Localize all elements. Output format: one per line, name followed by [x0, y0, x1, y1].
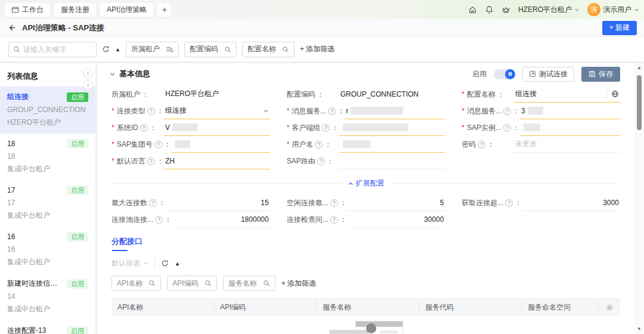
field-value[interactable]: 30000	[347, 211, 445, 228]
table-column-header[interactable]: API名称	[112, 299, 214, 316]
field-value[interactable]: r	[345, 103, 445, 119]
field-value[interactable]	[339, 153, 445, 169]
filter-chip[interactable]: API编码	[167, 276, 216, 291]
help-icon[interactable]: ?	[478, 141, 485, 149]
field-value[interactable]: 1800000	[172, 211, 270, 228]
help-icon[interactable]: ?	[149, 199, 157, 207]
redacted-value	[343, 140, 370, 148]
scrollbar-thumb[interactable]	[637, 75, 642, 130]
table-column-header[interactable]: 服务代码	[419, 299, 522, 316]
user-menu[interactable]: 演 演示用户	[587, 3, 639, 16]
app-tab[interactable]: 服务注册	[54, 3, 96, 17]
required-asterisk: *	[287, 140, 290, 149]
field-value[interactable]: 15	[166, 194, 270, 211]
crown-icon[interactable]	[501, 5, 510, 14]
list-item[interactable]: 18 启用 18 集成中台租户	[0, 134, 95, 180]
list-item[interactable]: 新建时连接信息错误... 启用 14 集成中台租户	[0, 273, 95, 320]
filter-chip[interactable]: 所属租户	[126, 42, 179, 57]
field-label: 配置编码 ：	[287, 89, 339, 100]
field-value[interactable]: V	[164, 119, 270, 136]
globe-icon[interactable]	[606, 89, 619, 99]
tenant-selector[interactable]: HZERO平台租户	[518, 5, 580, 15]
filter-chip[interactable]: 配置名称	[242, 42, 295, 57]
field-value[interactable]: 组连接	[514, 86, 620, 103]
field-value[interactable]: 未更改	[514, 136, 620, 153]
status-badge: 启用	[67, 92, 88, 102]
enable-toggle[interactable]	[494, 69, 515, 79]
default-filter-select[interactable]: 默认筛选	[112, 258, 148, 268]
collapse-filters-icon[interactable]: ▲	[175, 261, 180, 267]
search-icon	[263, 280, 270, 287]
save-button[interactable]: 保存	[581, 67, 620, 82]
required-asterisk: *	[112, 140, 114, 149]
app-tab[interactable]: 工作台	[5, 3, 50, 17]
required-asterisk: *	[462, 90, 465, 98]
add-filter-button[interactable]: + 添加筛选	[281, 279, 316, 289]
filter-chip[interactable]: API名称	[112, 276, 161, 291]
expand-right-icon[interactable]: ›	[83, 80, 93, 90]
field-value[interactable]: 组连接	[164, 103, 270, 119]
table-settings-gear-icon[interactable]	[599, 299, 620, 316]
filter-chip[interactable]: 服务名称	[223, 276, 275, 291]
bell-icon[interactable]	[485, 5, 494, 14]
table-column-header[interactable]: 服务命名空间	[522, 299, 599, 316]
form-field: 连接检查间... ? ： 30000	[287, 211, 445, 228]
field-value[interactable]	[171, 136, 270, 153]
filter-chip[interactable]: 配置编码	[184, 42, 237, 57]
field-value[interactable]	[339, 119, 445, 136]
new-button[interactable]: + 新建	[602, 21, 637, 35]
help-icon[interactable]: ?	[505, 199, 513, 207]
expand-config-toggle[interactable]: 扩展配置	[348, 178, 385, 188]
search-input[interactable]	[23, 45, 92, 54]
search-box[interactable]	[8, 42, 97, 57]
field-value[interactable]: 3	[520, 103, 620, 119]
field-value[interactable]: ZH	[164, 153, 270, 169]
table-column-header[interactable]: API编码	[214, 299, 317, 316]
new-tab-button[interactable]: +	[157, 3, 171, 17]
basic-info-header: 基本信息 启用 测试连接 保存	[97, 63, 634, 85]
help-icon[interactable]: ?	[140, 124, 148, 132]
help-icon[interactable]: ?	[317, 157, 325, 165]
help-icon[interactable]: ?	[147, 107, 155, 115]
field-value[interactable]: HZERO平台租户	[164, 86, 270, 103]
scroll-down-icon[interactable]: ▼	[637, 326, 642, 332]
refresh-icon[interactable]	[102, 45, 110, 53]
list-item[interactable]: 组连接 启用 GROUP_CONNECTION HZERO平台租户	[0, 86, 95, 134]
help-icon[interactable]: ?	[315, 141, 323, 149]
chevron-down-icon[interactable]	[263, 108, 269, 114]
list-item[interactable]: 17 启用 17 集成中台租户	[0, 180, 95, 227]
page-scrollbar[interactable]: ▲ ▼	[634, 63, 644, 334]
help-icon[interactable]: ?	[155, 216, 163, 224]
help-icon[interactable]: ?	[328, 107, 336, 115]
table-column-header[interactable]: 服务名称	[317, 299, 419, 316]
form-field: * 配置名称 ： 组连接	[462, 86, 620, 103]
add-filter-button[interactable]: + 添加筛选	[300, 44, 335, 54]
field-value[interactable]: 3000	[522, 194, 620, 211]
help-icon[interactable]: ?	[503, 124, 511, 132]
test-connection-button[interactable]: 测试连接	[522, 67, 574, 82]
help-icon[interactable]: ?	[154, 141, 162, 149]
help-icon[interactable]: ?	[147, 157, 155, 165]
list-item[interactable]: 16 启用 16 集成中台租户	[0, 227, 95, 273]
help-icon[interactable]: ?	[330, 216, 338, 224]
collapse-left-icon[interactable]: ‹	[83, 68, 93, 78]
field-value[interactable]	[520, 119, 620, 136]
help-icon[interactable]: ?	[322, 124, 330, 132]
home-icon[interactable]	[468, 5, 477, 14]
tab-assign-interface[interactable]: 分配接口	[112, 236, 143, 251]
back-arrow-icon[interactable]	[7, 23, 16, 32]
search-icon	[13, 46, 20, 53]
help-icon[interactable]: ?	[330, 199, 338, 207]
help-icon[interactable]: ?	[503, 107, 511, 115]
refresh-icon[interactable]	[161, 259, 169, 267]
list-item[interactable]: 连接配置-13 启用 conf-13 集成中台租户	[0, 320, 95, 334]
scroll-up-icon[interactable]: ▲	[637, 65, 642, 71]
collapse-filters-icon[interactable]: ▲	[115, 47, 120, 52]
field-value[interactable]	[339, 136, 445, 153]
field-value[interactable]: 5	[347, 194, 445, 211]
section-collapse-icon[interactable]	[109, 71, 116, 78]
field-value[interactable]: GROUP_CONNECTION	[339, 86, 445, 103]
list-search-icon	[166, 46, 174, 53]
field-label: 连接检查间... ? ：	[287, 215, 347, 225]
app-tab[interactable]: API治理策略	[100, 3, 153, 17]
